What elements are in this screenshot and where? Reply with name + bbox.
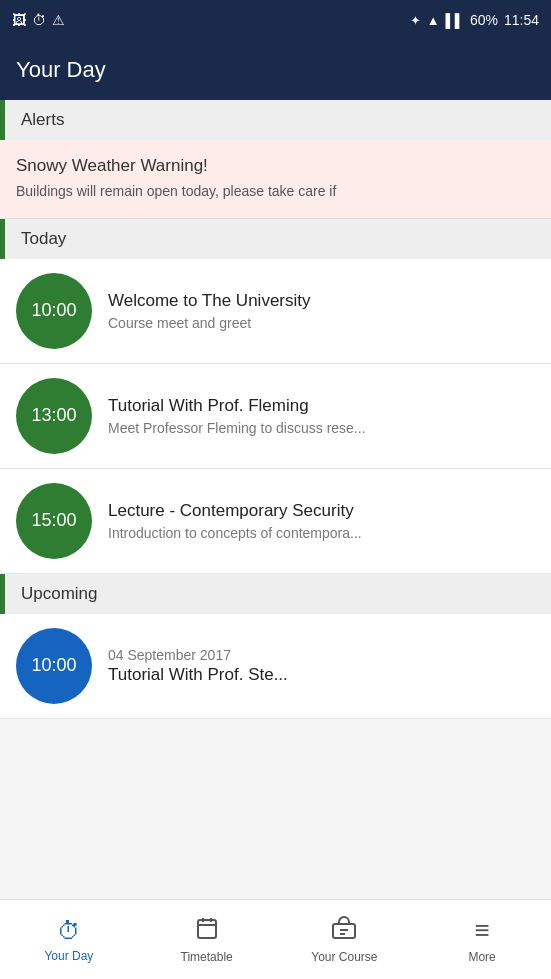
event-info: Lecture - Contemporary Security Introduc… bbox=[108, 501, 535, 541]
alert-card[interactable]: Snowy Weather Warning! Buildings will re… bbox=[0, 140, 551, 219]
event-item[interactable]: 15:00 Lecture - Contemporary Security In… bbox=[0, 469, 551, 574]
event-subtitle: Introduction to concepts of contempora..… bbox=[108, 525, 535, 541]
upcoming-section-header: Upcoming bbox=[0, 574, 551, 614]
upcoming-title: Tutorial With Prof. Ste... bbox=[108, 665, 535, 685]
event-info: Tutorial With Prof. Fleming Meet Profess… bbox=[108, 396, 535, 436]
event-title: Tutorial With Prof. Fleming bbox=[108, 396, 535, 416]
warning-icon: ⚠ bbox=[52, 12, 65, 28]
more-icon: ≡ bbox=[475, 915, 490, 946]
event-time: 10:00 bbox=[31, 300, 76, 321]
upcoming-time: 10:00 bbox=[31, 655, 76, 676]
nav-more[interactable]: ≡ More bbox=[413, 900, 551, 979]
event-time-circle: 13:00 bbox=[16, 378, 92, 454]
nav-your-day[interactable]: ⏱ Your Day bbox=[0, 900, 138, 979]
page-title: Your Day bbox=[16, 57, 106, 83]
alert-title: Snowy Weather Warning! bbox=[16, 156, 535, 176]
event-time-circle: 10:00 bbox=[16, 273, 92, 349]
upcoming-event-item[interactable]: 10:00 04 September 2017 Tutorial With Pr… bbox=[0, 614, 551, 719]
signal-icon: ▌▌ bbox=[446, 13, 464, 28]
upcoming-date: 04 September 2017 bbox=[108, 647, 535, 663]
status-left-icons: 🖼 ⏱ ⚠ bbox=[12, 12, 65, 28]
nav-your-course[interactable]: Your Course bbox=[276, 900, 414, 979]
battery-text: 60% bbox=[470, 12, 498, 28]
timetable-icon bbox=[195, 916, 219, 946]
your-day-icon: ⏱ bbox=[57, 917, 81, 945]
upcoming-time-circle: 10:00 bbox=[16, 628, 92, 704]
event-info: Welcome to The University Course meet an… bbox=[108, 291, 535, 331]
clock-icon: ⏱ bbox=[32, 12, 46, 28]
time-display: 11:54 bbox=[504, 12, 539, 28]
timetable-label: Timetable bbox=[181, 950, 233, 964]
bluetooth-icon: ✦ bbox=[410, 13, 421, 28]
main-content: Alerts Snowy Weather Warning! Buildings … bbox=[0, 100, 551, 899]
alerts-label: Alerts bbox=[21, 110, 64, 130]
svg-rect-0 bbox=[198, 920, 216, 938]
event-subtitle: Course meet and greet bbox=[108, 315, 535, 331]
event-time-circle: 15:00 bbox=[16, 483, 92, 559]
event-subtitle: Meet Professor Fleming to discuss rese..… bbox=[108, 420, 535, 436]
event-item[interactable]: 10:00 Welcome to The University Course m… bbox=[0, 259, 551, 364]
event-time: 13:00 bbox=[31, 405, 76, 426]
bottom-nav: ⏱ Your Day Timetable Your Course ≡ More bbox=[0, 899, 551, 979]
your-day-label: Your Day bbox=[44, 949, 93, 963]
today-section-header: Today bbox=[0, 219, 551, 259]
event-time: 15:00 bbox=[31, 510, 76, 531]
image-icon: 🖼 bbox=[12, 12, 26, 28]
alert-body: Buildings will remain open today, please… bbox=[16, 182, 535, 202]
alerts-section-header: Alerts bbox=[0, 100, 551, 140]
today-label: Today bbox=[21, 229, 66, 249]
your-course-label: Your Course bbox=[311, 950, 377, 964]
nav-timetable[interactable]: Timetable bbox=[138, 900, 276, 979]
app-header: Your Day bbox=[0, 40, 551, 100]
status-bar: 🖼 ⏱ ⚠ ✦ ▲ ▌▌ 60% 11:54 bbox=[0, 0, 551, 40]
wifi-icon: ▲ bbox=[427, 13, 440, 28]
your-course-icon bbox=[331, 916, 357, 946]
event-title: Welcome to The University bbox=[108, 291, 535, 311]
status-right-icons: ✦ ▲ ▌▌ 60% 11:54 bbox=[410, 12, 539, 28]
upcoming-event-info: 04 September 2017 Tutorial With Prof. St… bbox=[108, 647, 535, 685]
upcoming-label: Upcoming bbox=[21, 584, 98, 604]
event-item[interactable]: 13:00 Tutorial With Prof. Fleming Meet P… bbox=[0, 364, 551, 469]
more-label: More bbox=[468, 950, 495, 964]
event-title: Lecture - Contemporary Security bbox=[108, 501, 535, 521]
